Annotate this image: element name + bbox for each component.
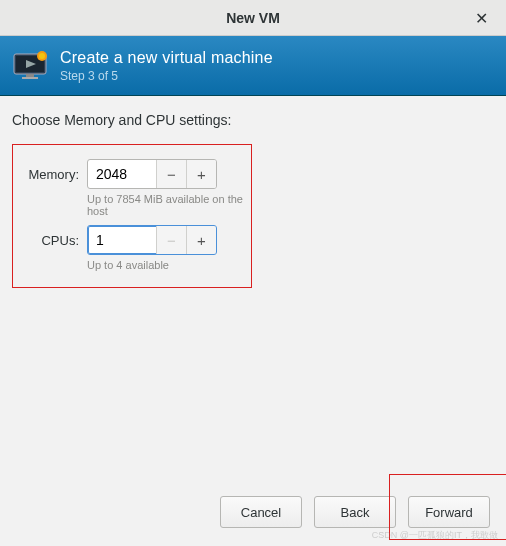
memory-row: Memory: − + (17, 159, 243, 189)
cpus-label: CPUs: (17, 233, 79, 248)
close-button[interactable]: ✕ (467, 4, 496, 31)
memory-label: Memory: (17, 167, 79, 182)
svg-point-3 (39, 53, 45, 59)
memory-spinbox: − + (87, 159, 217, 189)
memory-input[interactable] (88, 160, 156, 188)
plus-icon: + (197, 232, 206, 249)
memory-hint: Up to 7854 MiB available on the host (87, 193, 243, 217)
cpus-decrement-button[interactable]: − (156, 226, 186, 254)
wizard-buttons: Cancel Back Forward (220, 496, 490, 528)
close-icon: ✕ (475, 9, 488, 26)
vm-monitor-icon (12, 48, 48, 84)
wizard-banner: Create a new virtual machine Step 3 of 5 (0, 36, 506, 96)
titlebar: New VM ✕ (0, 0, 506, 36)
plus-icon: + (197, 166, 206, 183)
banner-title: Create a new virtual machine (60, 49, 273, 67)
minus-icon: − (167, 232, 176, 249)
settings-highlight-box: Memory: − + Up to 7854 MiB available on … (12, 144, 252, 288)
window-title: New VM (226, 10, 280, 26)
cpus-spinbox: − + (87, 225, 217, 255)
forward-button[interactable]: Forward (408, 496, 490, 528)
cpus-increment-button[interactable]: + (186, 226, 216, 254)
minus-icon: − (167, 166, 176, 183)
back-button[interactable]: Back (314, 496, 396, 528)
content-area: Choose Memory and CPU settings: Memory: … (0, 96, 506, 304)
settings-prompt: Choose Memory and CPU settings: (12, 112, 494, 128)
cpus-row: CPUs: − + (17, 225, 243, 255)
cpus-hint: Up to 4 available (87, 259, 243, 271)
memory-increment-button[interactable]: + (186, 160, 216, 188)
banner-text: Create a new virtual machine Step 3 of 5 (60, 49, 273, 83)
cancel-button[interactable]: Cancel (220, 496, 302, 528)
cpus-input[interactable] (88, 226, 156, 254)
banner-step: Step 3 of 5 (60, 69, 273, 83)
svg-rect-5 (22, 77, 38, 79)
svg-rect-4 (26, 74, 34, 77)
watermark: CSDN @一匹孤狼的IT，我敢做 (372, 529, 498, 542)
memory-decrement-button[interactable]: − (156, 160, 186, 188)
